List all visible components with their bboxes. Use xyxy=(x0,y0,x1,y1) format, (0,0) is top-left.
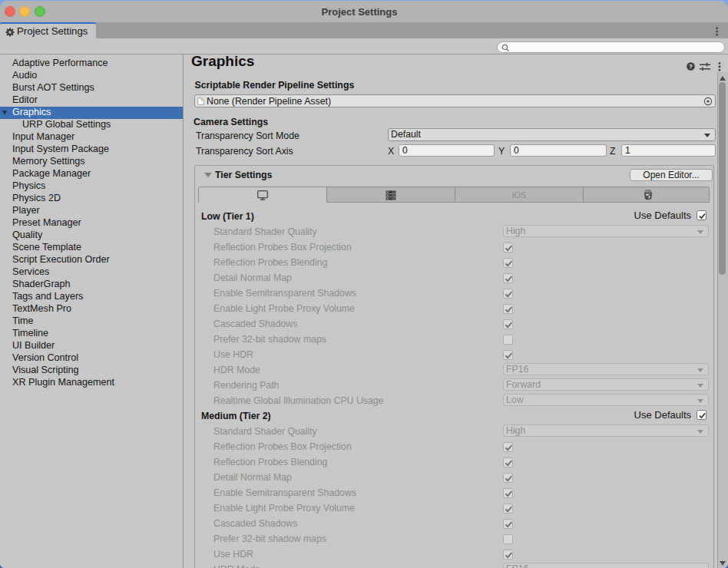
svg-text:HTML: HTML xyxy=(645,190,651,193)
svg-text:?: ? xyxy=(689,63,693,70)
